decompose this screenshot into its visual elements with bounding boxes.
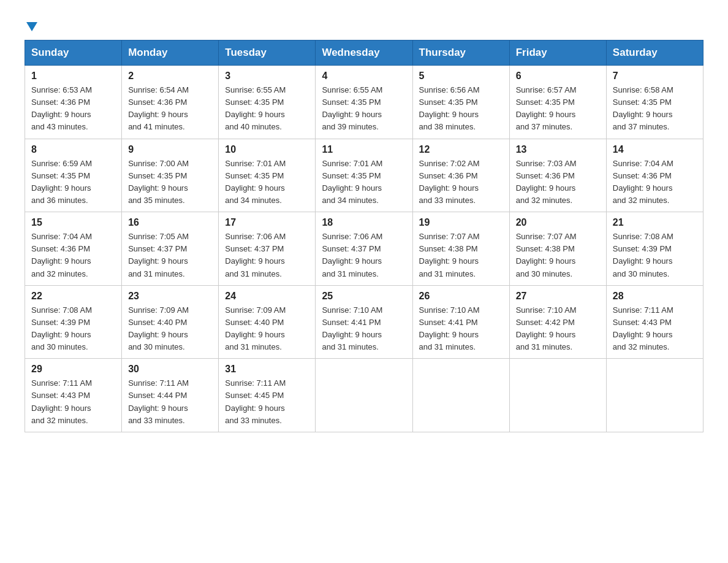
day-number: 13 — [516, 144, 600, 155]
day-number: 4 — [322, 71, 406, 82]
day-number: 26 — [419, 291, 503, 302]
day-number: 18 — [322, 217, 406, 228]
calendar-cell: 13 Sunrise: 7:03 AMSunset: 4:36 PMDaylig… — [509, 139, 606, 212]
day-number: 15 — [31, 217, 115, 228]
calendar-cell: 31 Sunrise: 7:11 AMSunset: 4:45 PMDaylig… — [219, 359, 316, 432]
day-info: Sunrise: 7:11 AMSunset: 4:45 PMDaylight:… — [225, 377, 309, 427]
day-info: Sunrise: 7:09 AMSunset: 4:40 PMDaylight:… — [128, 304, 212, 354]
day-info: Sunrise: 7:04 AMSunset: 4:36 PMDaylight:… — [31, 231, 115, 280]
day-number: 24 — [225, 291, 309, 302]
day-info: Sunrise: 7:11 AMSunset: 4:43 PMDaylight:… — [31, 377, 115, 427]
day-number: 23 — [128, 291, 212, 302]
day-number: 20 — [516, 217, 600, 228]
day-info: Sunrise: 7:08 AMSunset: 4:39 PMDaylight:… — [613, 231, 697, 280]
calendar-cell — [606, 359, 703, 432]
calendar-cell: 16 Sunrise: 7:05 AMSunset: 4:37 PMDaylig… — [122, 212, 219, 286]
day-number: 22 — [31, 291, 115, 302]
calendar-cell: 23 Sunrise: 7:09 AMSunset: 4:40 PMDaylig… — [122, 285, 219, 359]
calendar-cell — [412, 359, 509, 432]
day-info: Sunrise: 7:01 AMSunset: 4:35 PMDaylight:… — [225, 158, 309, 207]
calendar-cell: 3 Sunrise: 6:55 AMSunset: 4:35 PMDayligh… — [219, 66, 316, 139]
day-info: Sunrise: 6:59 AMSunset: 4:35 PMDaylight:… — [31, 158, 115, 207]
day-number: 28 — [613, 291, 697, 302]
calendar-cell: 28 Sunrise: 7:11 AMSunset: 4:43 PMDaylig… — [606, 285, 703, 359]
day-info: Sunrise: 7:04 AMSunset: 4:36 PMDaylight:… — [613, 158, 697, 207]
day-info: Sunrise: 7:06 AMSunset: 4:37 PMDaylight:… — [225, 231, 309, 280]
calendar-cell: 5 Sunrise: 6:56 AMSunset: 4:35 PMDayligh… — [412, 66, 509, 139]
day-info: Sunrise: 7:11 AMSunset: 4:44 PMDaylight:… — [128, 377, 212, 427]
day-info: Sunrise: 7:05 AMSunset: 4:37 PMDaylight:… — [128, 231, 212, 280]
day-info: Sunrise: 6:56 AMSunset: 4:35 PMDaylight:… — [419, 84, 503, 134]
calendar-cell: 30 Sunrise: 7:11 AMSunset: 4:44 PMDaylig… — [122, 359, 219, 432]
day-info: Sunrise: 7:08 AMSunset: 4:39 PMDaylight:… — [31, 304, 115, 354]
day-number: 29 — [31, 364, 115, 375]
day-number: 11 — [322, 144, 406, 155]
day-number: 25 — [322, 291, 406, 302]
calendar-cell: 26 Sunrise: 7:10 AMSunset: 4:41 PMDaylig… — [412, 285, 509, 359]
day-info: Sunrise: 7:06 AMSunset: 4:37 PMDaylight:… — [322, 231, 406, 280]
calendar-cell: 25 Sunrise: 7:10 AMSunset: 4:41 PMDaylig… — [316, 285, 412, 359]
day-info: Sunrise: 7:09 AMSunset: 4:40 PMDaylight:… — [225, 304, 309, 354]
calendar-cell: 6 Sunrise: 6:57 AMSunset: 4:35 PMDayligh… — [509, 66, 606, 139]
calendar-cell — [316, 359, 412, 432]
page-header — [25, 18, 703, 28]
day-number: 3 — [225, 71, 309, 82]
calendar-cell: 7 Sunrise: 6:58 AMSunset: 4:35 PMDayligh… — [606, 66, 703, 139]
weekday-header-tuesday: Tuesday — [219, 40, 316, 66]
day-number: 2 — [128, 71, 212, 82]
day-number: 7 — [613, 71, 697, 82]
calendar-cell: 1 Sunrise: 6:53 AMSunset: 4:36 PMDayligh… — [25, 66, 122, 139]
day-number: 12 — [419, 144, 503, 155]
logo — [25, 18, 37, 28]
calendar-week-row: 15 Sunrise: 7:04 AMSunset: 4:36 PMDaylig… — [25, 212, 703, 286]
calendar-cell: 18 Sunrise: 7:06 AMSunset: 4:37 PMDaylig… — [316, 212, 412, 286]
calendar-cell: 22 Sunrise: 7:08 AMSunset: 4:39 PMDaylig… — [25, 285, 122, 359]
calendar-cell: 27 Sunrise: 7:10 AMSunset: 4:42 PMDaylig… — [509, 285, 606, 359]
weekday-header-wednesday: Wednesday — [316, 40, 412, 66]
day-info: Sunrise: 6:58 AMSunset: 4:35 PMDaylight:… — [613, 84, 697, 134]
day-info: Sunrise: 6:55 AMSunset: 4:35 PMDaylight:… — [322, 84, 406, 134]
calendar-cell: 15 Sunrise: 7:04 AMSunset: 4:36 PMDaylig… — [25, 212, 122, 286]
day-info: Sunrise: 7:02 AMSunset: 4:36 PMDaylight:… — [419, 158, 503, 207]
day-number: 21 — [613, 217, 697, 228]
day-number: 10 — [225, 144, 309, 155]
day-number: 5 — [419, 71, 503, 82]
day-info: Sunrise: 6:57 AMSunset: 4:35 PMDaylight:… — [516, 84, 600, 134]
day-info: Sunrise: 7:11 AMSunset: 4:43 PMDaylight:… — [613, 304, 697, 354]
calendar-table: SundayMondayTuesdayWednesdayThursdayFrid… — [25, 40, 703, 432]
day-info: Sunrise: 6:54 AMSunset: 4:36 PMDaylight:… — [128, 84, 212, 134]
day-info: Sunrise: 6:55 AMSunset: 4:35 PMDaylight:… — [225, 84, 309, 134]
day-number: 6 — [516, 71, 600, 82]
day-number: 8 — [31, 144, 115, 155]
weekday-header-saturday: Saturday — [606, 40, 703, 66]
calendar-cell: 8 Sunrise: 6:59 AMSunset: 4:35 PMDayligh… — [25, 139, 122, 212]
day-info: Sunrise: 7:00 AMSunset: 4:35 PMDaylight:… — [128, 158, 212, 207]
day-number: 27 — [516, 291, 600, 302]
day-number: 16 — [128, 217, 212, 228]
calendar-cell: 19 Sunrise: 7:07 AMSunset: 4:38 PMDaylig… — [412, 212, 509, 286]
day-number: 19 — [419, 217, 503, 228]
day-number: 9 — [128, 144, 212, 155]
weekday-header-thursday: Thursday — [412, 40, 509, 66]
weekday-header-monday: Monday — [122, 40, 219, 66]
day-number: 1 — [31, 71, 115, 82]
day-info: Sunrise: 7:01 AMSunset: 4:35 PMDaylight:… — [322, 158, 406, 207]
calendar-cell: 21 Sunrise: 7:08 AMSunset: 4:39 PMDaylig… — [606, 212, 703, 286]
day-info: Sunrise: 7:10 AMSunset: 4:41 PMDaylight:… — [322, 304, 406, 354]
calendar-cell: 17 Sunrise: 7:06 AMSunset: 4:37 PMDaylig… — [219, 212, 316, 286]
logo-triangle-icon — [26, 22, 37, 31]
calendar-cell: 9 Sunrise: 7:00 AMSunset: 4:35 PMDayligh… — [122, 139, 219, 212]
weekday-header-sunday: Sunday — [25, 40, 122, 66]
calendar-cell: 29 Sunrise: 7:11 AMSunset: 4:43 PMDaylig… — [25, 359, 122, 432]
calendar-week-row: 22 Sunrise: 7:08 AMSunset: 4:39 PMDaylig… — [25, 285, 703, 359]
calendar-week-row: 8 Sunrise: 6:59 AMSunset: 4:35 PMDayligh… — [25, 139, 703, 212]
calendar-cell: 20 Sunrise: 7:07 AMSunset: 4:38 PMDaylig… — [509, 212, 606, 286]
day-number: 14 — [613, 144, 697, 155]
calendar-cell: 2 Sunrise: 6:54 AMSunset: 4:36 PMDayligh… — [122, 66, 219, 139]
calendar-cell: 24 Sunrise: 7:09 AMSunset: 4:40 PMDaylig… — [219, 285, 316, 359]
calendar-header-row: SundayMondayTuesdayWednesdayThursdayFrid… — [25, 40, 703, 66]
calendar-cell: 4 Sunrise: 6:55 AMSunset: 4:35 PMDayligh… — [316, 66, 412, 139]
day-info: Sunrise: 7:10 AMSunset: 4:42 PMDaylight:… — [516, 304, 600, 354]
calendar-cell — [509, 359, 606, 432]
calendar-week-row: 1 Sunrise: 6:53 AMSunset: 4:36 PMDayligh… — [25, 66, 703, 139]
